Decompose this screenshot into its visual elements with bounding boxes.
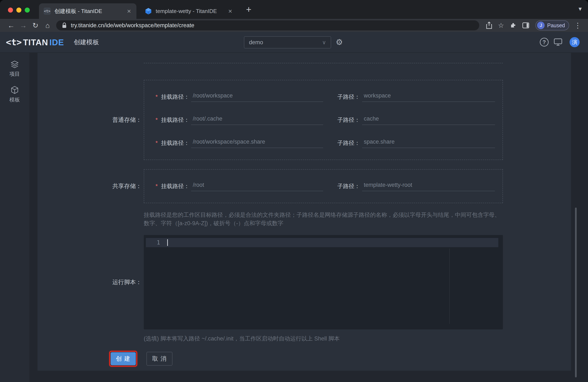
titanide-logo[interactable]: <t> TITAN IDE [6, 37, 64, 47]
mount-path-input[interactable] [191, 115, 323, 125]
titanide-favicon-icon: <t> [43, 8, 51, 15]
sub-path-input[interactable] [362, 92, 495, 102]
tab-close-icon[interactable]: × [126, 8, 132, 15]
settings-gear-icon[interactable]: ⚙ [336, 38, 343, 47]
layers-icon [10, 60, 19, 68]
logo-text-titan: TITAN [23, 38, 48, 47]
sidebar-item-projects[interactable]: 项目 [9, 60, 20, 77]
sub-path-label: 子路径： [336, 139, 360, 147]
help-icon[interactable]: ? [540, 38, 549, 46]
previous-group-border-fragment [144, 63, 503, 63]
sub-path-input[interactable] [362, 181, 495, 191]
browser-toolbar: ← → ↻ ⌂ try.titanide.cn/ide/web/workspac… [0, 19, 588, 32]
editor-text-cursor [167, 239, 168, 246]
editor-column-ruler [449, 248, 450, 324]
workspace-select[interactable]: demo ∨ [244, 36, 331, 48]
normal-storage-label: 普通存储： [38, 116, 142, 124]
mount-path-label: 挂载路径： [160, 139, 189, 147]
side-panel-icon[interactable] [523, 22, 529, 28]
main-content: 普通存储： * 挂载路径： 子路径： * 挂载路径： [29, 53, 588, 382]
shared-storage-section: 共享存储： * 挂载路径： 子路径： [38, 169, 571, 203]
extensions-puzzle-icon[interactable] [510, 22, 517, 29]
forward-icon[interactable]: → [17, 22, 29, 29]
form-actions: 创 建 取 消 [109, 351, 571, 367]
new-tab-button[interactable]: + [244, 5, 253, 14]
mount-path-label: 挂载路径： [160, 93, 189, 101]
reload-icon[interactable]: ↻ [29, 22, 42, 29]
share-icon[interactable] [486, 22, 492, 29]
page-title: 创建模板 [74, 38, 99, 46]
window-zoom-button[interactable] [25, 8, 30, 13]
browser-menu-icon[interactable]: ⋮ [574, 21, 581, 30]
sub-path-label: 子路径： [336, 182, 360, 190]
mount-path-input[interactable] [191, 138, 323, 148]
path-rules-hint: 挂载路径是您的工作区目标路径，必须是合法的文件夹路径；子路径名是网络存储源子路径… [144, 211, 503, 227]
back-icon[interactable]: ← [5, 22, 17, 29]
template-cube-favicon-icon [145, 8, 152, 15]
bookmark-star-icon[interactable]: ☆ [498, 21, 504, 29]
desktop-client-icon[interactable] [554, 38, 563, 46]
storage-row: * 挂载路径： 子路径： [144, 85, 503, 108]
required-asterisk: * [155, 93, 160, 100]
sub-path-label: 子路径： [336, 116, 360, 124]
run-script-section: 运行脚本： 1 [38, 235, 571, 329]
profile-avatar: J [537, 22, 545, 29]
required-asterisk: * [155, 183, 160, 190]
create-button[interactable]: 创 建 [111, 352, 136, 365]
cube-icon [10, 86, 19, 94]
shared-storage-group: * 挂载路径： 子路径： [144, 169, 503, 203]
sub-path-label: 子路径： [336, 93, 360, 101]
url-text: try.titanide.cn/ide/web/workspace/templa… [71, 22, 194, 29]
script-code-editor[interactable]: 1 [144, 235, 503, 329]
sidebar-item-label: 模板 [9, 96, 20, 103]
shared-storage-label: 共享存储： [38, 182, 142, 190]
page-scrollbar-thumb[interactable] [575, 207, 577, 377]
tab-title: template-wetty - TitanIDE [156, 8, 224, 15]
mount-path-input[interactable] [191, 181, 323, 191]
mount-path-label: 挂载路径： [160, 182, 189, 190]
profile-status-badge: Paused [547, 22, 565, 28]
normal-storage-group: * 挂载路径： 子路径： * 挂载路径： 子路径： [144, 80, 503, 160]
create-template-form: 普通存储： * 挂载路径： 子路径： * 挂载路径： [38, 53, 571, 371]
window-close-button[interactable] [8, 8, 13, 13]
storage-row: * 挂载路径： 子路径： [144, 132, 503, 155]
tab-list: <t> 创建模板 - TitanIDE × template-wetty - T… [39, 3, 238, 19]
logo-text-ide: IDE [49, 38, 64, 47]
home-icon[interactable]: ⌂ [42, 22, 54, 29]
editor-line-number: 1 [144, 238, 164, 247]
create-button-highlight-ring: 创 建 [109, 351, 137, 367]
user-avatar[interactable]: 演 [569, 37, 580, 47]
lock-icon [62, 22, 67, 29]
sidebar-item-templates[interactable]: 模板 [9, 86, 20, 103]
required-asterisk: * [155, 140, 160, 146]
tab-create-template[interactable]: <t> 创建模板 - TitanIDE × [39, 3, 136, 19]
sub-path-input[interactable] [362, 138, 495, 148]
workspace-select-value: demo [249, 39, 263, 46]
browser-tab-strip: <t> 创建模板 - TitanIDE × template-wetty - T… [0, 0, 588, 19]
logo-mark-icon: <t> [6, 37, 22, 47]
tab-title: 创建模板 - TitanIDE [55, 8, 122, 15]
sidebar-item-label: 项目 [9, 70, 20, 77]
tab-search-icon[interactable]: ▾ [579, 5, 582, 12]
run-script-label: 运行脚本： [38, 278, 142, 286]
tab-template-wetty[interactable]: template-wetty - TitanIDE × [140, 3, 238, 19]
window-minimize-button[interactable] [16, 8, 21, 13]
editor-active-line [146, 238, 498, 247]
mount-path-label: 挂载路径： [160, 116, 189, 124]
storage-row: * 挂载路径： 子路径： [144, 175, 503, 198]
browser-window: <t> 创建模板 - TitanIDE × template-wetty - T… [0, 0, 588, 382]
sub-path-input[interactable] [362, 115, 495, 125]
macos-traffic-lights [8, 8, 30, 13]
browser-profile-chip[interactable]: J Paused [535, 20, 569, 30]
sidebar: 项目 模板 [0, 53, 29, 382]
tab-close-icon[interactable]: × [227, 8, 233, 15]
app-body: 项目 模板 普通存储： * [0, 53, 588, 382]
normal-storage-section: 普通存储： * 挂载路径： 子路径： * 挂载路径： [38, 80, 571, 160]
address-bar[interactable]: try.titanide.cn/ide/web/workspace/templa… [56, 20, 479, 30]
app-header: <t> TITAN IDE 创建模板 demo ∨ ⚙ ? 演 [0, 32, 588, 53]
mount-path-input[interactable] [191, 92, 323, 102]
chevron-down-icon: ∨ [322, 39, 326, 46]
script-hint: (选填) 脚本将写入路径 ~/.cache/.init，当工作区启动时自动运行以… [144, 335, 571, 342]
cancel-button[interactable]: 取 消 [147, 352, 172, 366]
storage-row: * 挂载路径： 子路径： [144, 108, 503, 132]
